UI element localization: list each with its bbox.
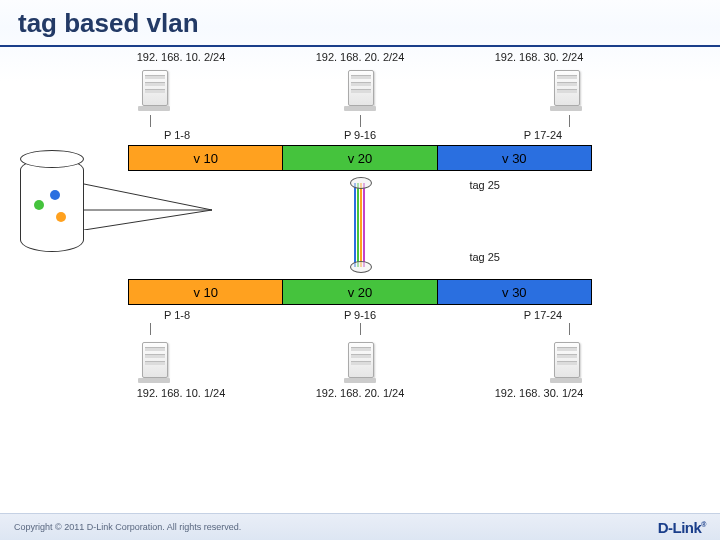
port-bot-2: P 9-16 bbox=[325, 309, 395, 321]
vlan-cell-v10: v 10 bbox=[129, 280, 283, 304]
ip-top-2: 192. 168. 20. 2/24 bbox=[305, 51, 415, 63]
vlan-cell-v30: v 30 bbox=[438, 280, 591, 304]
server-icon bbox=[344, 67, 376, 111]
vlan-database-icon bbox=[20, 150, 84, 260]
port-top-2: P 9-16 bbox=[325, 129, 395, 141]
copyright-text: Copyright © 2011 D-Link Corporation. All… bbox=[14, 522, 241, 532]
trunk-tag-upper: tag 25 bbox=[469, 179, 500, 191]
brand-logo: D-Link® bbox=[658, 519, 706, 536]
ip-bot-2: 192. 168. 20. 1/24 bbox=[305, 387, 415, 399]
trunk-tag-lower: tag 25 bbox=[469, 251, 500, 263]
server-icon bbox=[550, 339, 582, 383]
port-bot-1: P 1-8 bbox=[142, 309, 212, 321]
server-icon bbox=[138, 67, 170, 111]
port-top-1: P 1-8 bbox=[142, 129, 212, 141]
vlan-cell-v30: v 30 bbox=[438, 146, 591, 170]
port-top-3: P 17-24 bbox=[508, 129, 578, 141]
switch-bottom: v 10 v 20 v 30 bbox=[128, 279, 592, 305]
vlan-cell-v20: v 20 bbox=[283, 280, 437, 304]
ip-bot-1: 192. 168. 10. 1/24 bbox=[126, 387, 236, 399]
switch-top: v 10 v 20 v 30 bbox=[128, 145, 592, 171]
port-bot-3: P 17-24 bbox=[508, 309, 578, 321]
ip-bot-3: 192. 168. 30. 1/24 bbox=[484, 387, 594, 399]
ip-top-3: 192. 168. 30. 2/24 bbox=[484, 51, 594, 63]
vlan-cell-v20: v 20 bbox=[283, 146, 437, 170]
server-icon bbox=[138, 339, 170, 383]
server-icon bbox=[344, 339, 376, 383]
ip-top-1: 192. 168. 10. 2/24 bbox=[126, 51, 236, 63]
vlan-cell-v10: v 10 bbox=[129, 146, 283, 170]
server-icon bbox=[550, 67, 582, 111]
page-title: tag based vlan bbox=[18, 8, 199, 39]
vlan-diagram: 192. 168. 10. 2/24 192. 168. 20. 2/24 19… bbox=[120, 51, 600, 399]
